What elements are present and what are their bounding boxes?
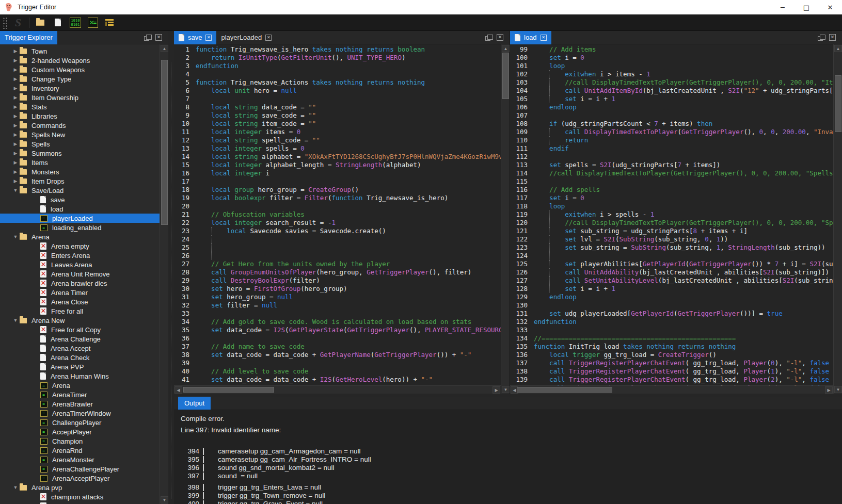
tree-item-arena-timer[interactable]: ▶Arena Timer [0,288,160,297]
convert-trigger-icon[interactable]: 10100101 [69,16,82,29]
code-line[interactable]: 31 set hero_group = null [174,293,501,301]
code-line[interactable]: 112 [510,153,833,161]
code-line[interactable]: 139 call TriggerRegisterPlayerChatEvent(… [510,376,833,384]
tree-item-arena-unit-remove[interactable]: ▶Arena Unit Remove [0,269,160,279]
code-line[interactable]: 131 set udg_playerLoaded[GetPlayerId(Get… [510,310,833,318]
tree-item-leaves-arena[interactable]: ▶Leaves Arena [0,260,160,269]
code-line[interactable]: 137 call TriggerRegisterPlayerChatEvent(… [510,359,833,367]
tree-item-arena-close[interactable]: ▶Arena Close [0,297,160,306]
chevron-right-icon[interactable]: ▶ [11,113,20,119]
close-panel-icon[interactable]: ✕ [155,34,162,41]
code-line[interactable]: 11 local integer items = 0 [174,128,501,136]
code-line[interactable]: 114 //call DisplayTimedTextToPlayer(GetT… [510,169,833,177]
output-console[interactable]: Compile error.Line 397: Invalid identifi… [174,410,842,504]
tree-item-summons[interactable]: ▶Summons [0,149,160,158]
code-line[interactable]: 120 //call DisplayTimedTextToPlayer(GetT… [510,219,833,227]
tree-item-enters-arena[interactable]: ▶Enters Arena [0,251,160,260]
chevron-right-icon[interactable]: ▶ [11,86,20,91]
code-line[interactable]: 115 [510,177,833,186]
tree-item-libraries[interactable]: ▶Libraries [0,111,160,121]
close-button[interactable]: ✕ [818,0,842,14]
chevron-right-icon[interactable]: ▶ [11,58,20,63]
code-line[interactable]: 20 [174,202,501,210]
scroll-right-icon[interactable]: ▶ [825,386,833,394]
code-line[interactable]: 30 set hero = FirstOfGroup(hero_group) [174,285,501,293]
tab-trigger-explorer[interactable]: Trigger Explorer [0,31,57,44]
chevron-down-icon[interactable]: ▼ [11,485,20,490]
code-line[interactable]: 15 local integer alphabet_length = Strin… [174,161,501,169]
tab-load[interactable]: load✕ [510,31,551,44]
code-line[interactable]: 111 endif [510,144,833,153]
code-line[interactable]: 35 set data_code = I2S(GetPlayerState(Ge… [174,326,501,334]
code-line[interactable]: 27 // Get Hero from the units owned by t… [174,260,501,268]
tree-item-item-ownership[interactable]: ▶Item Ownership [0,93,160,102]
tree-item-challengeplayer[interactable]: ▶ChallengePlayer [0,418,160,427]
trigger-comment-icon[interactable] [104,16,117,29]
code-line[interactable]: 103 //call DisplayTimedTextToPlayer(GetT… [510,78,833,87]
code-line[interactable]: 33 [174,310,501,318]
code-line[interactable]: 132endfunction [510,318,833,326]
tree-item-save-load[interactable]: ▼Save/Load [0,186,160,195]
code-line[interactable]: 2 return IsUnitType(GetFilterUnit(), UNI… [174,54,501,62]
code-line[interactable]: 14 local string alphabet = "XOkAxFtTYD12… [174,153,501,161]
code-line[interactable]: 10 local string item_code = "" [174,120,501,128]
chevron-right-icon[interactable]: ▶ [11,123,20,128]
code-line[interactable]: 99 // Add items [510,45,833,54]
code-line[interactable]: 29 call DestroyBoolExpr(filter) [174,277,501,285]
code-line[interactable]: 19 local boolexpr filter = Filter(functi… [174,194,501,202]
code-line[interactable]: 36 [174,334,501,343]
tree-item-arena-check[interactable]: ▶Arena Check [0,353,160,362]
tree-item-item-drops[interactable]: ▶Item Drops [0,176,160,186]
code-line[interactable]: 136 local trigger gg_trg_load = CreateTr… [510,351,833,359]
minimize-button[interactable]: ─ [771,0,795,14]
scroll-right-icon[interactable]: ▶ [493,386,500,394]
chevron-right-icon[interactable]: ▶ [11,48,20,54]
code-line[interactable]: 129 endloop [510,293,833,301]
tree-item-arena-new[interactable]: ▼Arena New [0,316,160,325]
chevron-right-icon[interactable]: ▶ [11,178,20,184]
h-scrollbar-left[interactable]: ◀▶ [174,385,501,394]
code-line[interactable]: 121 set sub_string = udg_stringParts[8 +… [510,227,833,235]
new-trigger-icon[interactable] [51,16,65,29]
code-line[interactable]: 109 call DisplayTimedTextToPlayer(GetTri… [510,128,833,136]
close-tab-icon[interactable]: ✕ [205,35,212,41]
v-scrollbar-left[interactable]: ▲▼ [501,44,510,394]
scroll-left-icon[interactable]: ◀ [174,386,182,394]
tree-item-arena[interactable]: ▶Arena [0,381,160,390]
tree-item-free-for-all[interactable]: ▶Free for all [0,306,160,316]
maximize-button[interactable]: □ [795,0,818,14]
tree-item-arena-empty[interactable]: ▶Arena empty [0,241,160,251]
code-line[interactable]: 118 loop [510,202,833,210]
code-line[interactable]: 128 set i = i + 1 [510,285,833,293]
chevron-down-icon[interactable]: ▼ [11,318,20,323]
float-panel-icon[interactable] [144,36,149,41]
tree-item-arena-pvp[interactable]: ▼Arena pvp [0,483,160,492]
chevron-right-icon[interactable]: ▶ [11,169,20,174]
tab-save[interactable]: save✕ [174,31,216,44]
tree-item-arenachallengeplayer[interactable]: ▶ArenaChallengePlayer [0,464,160,474]
tree-item-arena[interactable]: ▼Arena [0,232,160,241]
tree-item-arenatimer[interactable]: ▶ArenaTimer [0,390,160,399]
tree-item-arena-challenge[interactable]: ▶Arena Challenge [0,334,160,344]
code-line[interactable]: 107 [510,111,833,120]
scrollbar-thumb[interactable] [517,387,612,393]
scroll-down-icon[interactable]: ▼ [161,496,168,503]
tree-item-acceptplayer[interactable]: ▶AcceptPlayer [0,427,160,436]
code-line[interactable]: 38 set data_code = data_code + GetPlayer… [174,351,501,359]
chevron-right-icon[interactable]: ▶ [11,67,20,72]
code-line[interactable]: 37 // Add name to save code [174,343,501,351]
chevron-down-icon[interactable]: ▼ [11,234,20,239]
toolbar-grip[interactable] [2,17,7,29]
code-line[interactable]: 12 local string spell_code = "" [174,136,501,144]
scroll-down-icon[interactable]: ▼ [834,386,842,393]
tree-item-items[interactable]: ▶Items [0,158,160,167]
close-panel-icon[interactable]: ✕ [497,34,503,41]
code-line[interactable]: 122 set lvl = S2I(SubString(sub_string, … [510,235,833,243]
scrollbar-thumb[interactable] [161,60,168,225]
code-line[interactable]: 3endfunction [174,62,501,70]
chevron-right-icon[interactable]: ▶ [11,76,20,82]
code-line[interactable]: 138 call TriggerRegisterPlayerChatEvent(… [510,367,833,376]
code-area-right[interactable]: 99 // Add items100 set i = 0101 loop102 … [510,44,833,385]
tree-item-inventory[interactable]: ▶Inventory [0,84,160,93]
code-line[interactable]: 25 [174,243,501,252]
